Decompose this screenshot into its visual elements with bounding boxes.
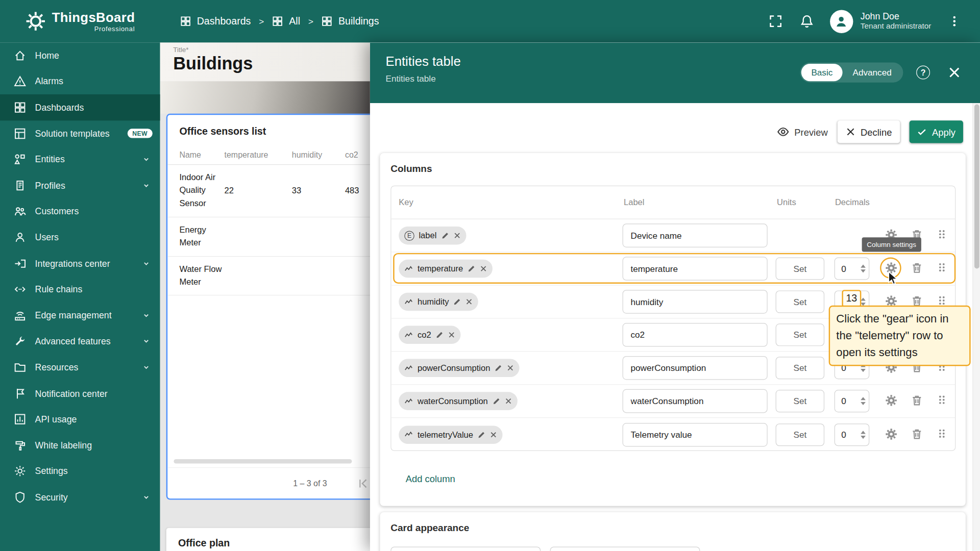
close-button[interactable] <box>947 66 961 80</box>
decline-button[interactable]: Decline <box>838 120 900 143</box>
sidebar-item-customers[interactable]: Customers <box>0 198 160 224</box>
column-key-chip[interactable]: E label <box>399 227 466 245</box>
column-label-input[interactable] <box>623 422 768 446</box>
decimals-input[interactable]: 0 <box>835 257 870 280</box>
breadcrumb-item-all[interactable]: All <box>272 16 300 27</box>
decimals-input[interactable]: 0 <box>835 423 870 446</box>
user-avatar[interactable] <box>830 10 853 33</box>
remove-key-button[interactable] <box>466 298 473 305</box>
remove-key-button[interactable] <box>480 265 486 272</box>
delete-column-button[interactable] <box>911 394 924 408</box>
column-key-chip[interactable]: temperature <box>399 260 492 278</box>
edit-key-button[interactable] <box>435 331 444 339</box>
sidebar-item-alarms[interactable]: Alarms <box>0 68 160 94</box>
remove-key-button[interactable] <box>490 431 497 438</box>
column-label-input[interactable] <box>623 223 768 247</box>
delete-column-button[interactable] <box>911 262 924 276</box>
more-menu-button[interactable] <box>946 13 963 30</box>
remove-key-button[interactable] <box>507 364 513 371</box>
add-column-button[interactable]: Add column <box>401 470 460 488</box>
sidebar-item-entities[interactable]: Entities <box>0 146 160 172</box>
preview-button[interactable]: Preview <box>773 120 831 143</box>
decimals-input[interactable]: 0 <box>835 390 870 412</box>
remove-key-button[interactable] <box>453 232 460 239</box>
apply-button[interactable]: Apply <box>910 120 963 143</box>
sidebar-item-users[interactable]: Users <box>0 224 160 251</box>
breadcrumb-dashboard-icon <box>180 16 191 27</box>
sidebar-item-settings[interactable]: Settings <box>0 458 160 484</box>
column-label-input[interactable] <box>623 389 768 413</box>
widget-office-sensors[interactable]: Office sensors list Name temperature hum… <box>166 114 391 500</box>
sidebar-item-notification-center[interactable]: Notification center <box>0 380 160 406</box>
column-label-input[interactable] <box>623 356 768 380</box>
sidebar-item-integrations-center[interactable]: Integrations center <box>0 251 160 277</box>
sidebar-item-security[interactable]: Security <box>0 484 160 510</box>
breadcrumb-item-buildings[interactable]: Buildings <box>322 16 379 27</box>
column-key-chip[interactable]: telemetryValue <box>399 425 502 444</box>
units-set-button[interactable]: Set <box>776 290 825 313</box>
spinner-icon[interactable] <box>861 431 866 439</box>
spinner-icon[interactable] <box>861 265 866 273</box>
thingsboard-logo[interactable]: ThingsBoard Professional <box>0 11 160 32</box>
column-label-input[interactable] <box>623 257 768 281</box>
units-set-button[interactable]: Set <box>776 390 825 412</box>
column-label-input[interactable] <box>623 323 768 347</box>
sidebar-item-dashboards[interactable]: Dashboards <box>0 94 160 120</box>
fullscreen-button[interactable] <box>767 13 783 30</box>
column-settings-icon <box>885 262 897 274</box>
table-header-label: Label <box>624 197 644 207</box>
tab-basic[interactable]: Basic <box>801 64 843 81</box>
sidebar-item-rule-chains[interactable]: Rule chains <box>0 277 160 303</box>
sidebar-item-home[interactable]: Home <box>0 42 160 68</box>
remove-key-button[interactable] <box>505 397 511 404</box>
sidebar-item-edge-management[interactable]: Edge management <box>0 303 160 329</box>
columns-heading: Columns <box>390 163 432 174</box>
spinner-icon[interactable] <box>861 397 866 405</box>
table-header-decimals: Decimals <box>835 197 870 207</box>
sidebar-item-white-labeling[interactable]: White labeling <box>0 432 160 458</box>
column-settings-button[interactable] <box>885 262 899 276</box>
remove-key-button[interactable] <box>448 332 455 338</box>
breadcrumb-item-dashboards[interactable]: Dashboards <box>180 16 251 27</box>
drag-handle[interactable] <box>936 229 950 242</box>
widget-office-plan[interactable]: Office plan <box>166 528 391 551</box>
column-settings-button[interactable] <box>885 428 899 441</box>
sidebar-item-profiles[interactable]: Profiles <box>0 172 160 198</box>
first-page-button[interactable] <box>357 477 369 489</box>
sidebar-item-api-usage[interactable]: API usage <box>0 406 160 432</box>
notifications-button[interactable] <box>799 13 815 30</box>
units-set-button[interactable]: Set <box>776 357 825 379</box>
drag-handle[interactable] <box>936 394 950 408</box>
horizontal-scrollbar[interactable] <box>174 459 352 464</box>
dashboard-title-input[interactable]: Buildings <box>173 54 253 73</box>
column-key-chip[interactable]: co2 <box>399 326 460 344</box>
sidebar-item-advanced-features[interactable]: Advanced features <box>0 329 160 355</box>
column-key-chip[interactable]: humidity <box>399 293 478 311</box>
edit-key-button[interactable] <box>492 397 500 405</box>
card-appearance-field[interactable] <box>550 546 700 551</box>
edit-key-button[interactable] <box>453 297 461 306</box>
column-key-chip[interactable]: waterConsumption <box>399 392 517 410</box>
edit-key-button[interactable] <box>495 364 503 372</box>
units-set-button[interactable]: Set <box>776 323 825 346</box>
card-appearance-field[interactable] <box>390 546 541 551</box>
column-key-chip[interactable]: powerConsumption <box>399 359 520 377</box>
units-set-button[interactable]: Set <box>776 423 825 446</box>
tab-advanced[interactable]: Advanced <box>843 64 901 81</box>
delete-column-button[interactable] <box>911 428 924 441</box>
panel-scrollbar-thumb[interactable] <box>974 104 979 268</box>
help-button[interactable]: ? <box>916 66 930 80</box>
drag-handle[interactable] <box>936 262 950 276</box>
panel-scrollbar[interactable] <box>972 103 980 551</box>
edit-key-button[interactable] <box>468 265 476 273</box>
sidebar-item-resources[interactable]: Resources <box>0 354 160 380</box>
drag-handle[interactable] <box>936 428 950 441</box>
column-settings-button[interactable] <box>885 394 899 408</box>
user-menu[interactable]: John Doe Tenant administrator <box>861 11 932 32</box>
edit-key-button[interactable] <box>441 232 449 240</box>
units-set-button[interactable]: Set <box>776 257 825 280</box>
edit-key-button[interactable] <box>478 431 486 439</box>
column-label-input[interactable] <box>623 290 768 314</box>
spinner-icon[interactable] <box>861 297 866 306</box>
sidebar-item-solution-templates[interactable]: Solution templates NEW <box>0 120 160 146</box>
